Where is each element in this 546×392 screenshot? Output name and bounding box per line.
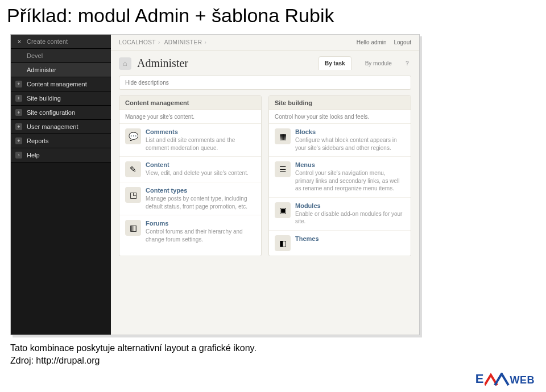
screenshot: × Create content Devel Administer + Cont… (10, 34, 420, 335)
panel-item-themes[interactable]: ◧ Themes (269, 231, 411, 256)
forum-icon: ▥ (125, 220, 141, 236)
sidebar-item-label: Create content (27, 38, 68, 45)
main-area: LOCALHOST› ADMINISTER› Hello admin Logou… (111, 35, 419, 335)
logout-link[interactable]: Logout (394, 39, 411, 45)
sidebar-item-site-building[interactable]: + Site building (11, 91, 111, 106)
panel-item-menus[interactable]: ☰ MenusControl your site's navigation me… (269, 157, 411, 198)
sidebar-item-label: Site configuration (27, 109, 75, 116)
sidebar-item-content-management[interactable]: + Content management (11, 77, 111, 91)
sidebar-item-label: Help (27, 152, 40, 159)
plus-icon: + (15, 95, 22, 102)
block-icon: ▦ (275, 128, 291, 144)
hide-descriptions-toggle[interactable]: Hide descriptions (119, 76, 411, 90)
chevron-right-icon: › (15, 152, 22, 159)
slide-title: Příklad: modul Admin + šablona Rubik (0, 0, 546, 31)
panel-item-forums[interactable]: ▥ ForumsControl forums and their hierarc… (119, 215, 261, 248)
tab-by-module[interactable]: By module (359, 57, 398, 70)
sidebar-item-label: Site building (27, 95, 61, 102)
panel-item-modules[interactable]: ▣ ModulesEnable or disable add-on module… (269, 198, 411, 231)
sidebar: × Create content Devel Administer + Cont… (11, 35, 111, 335)
sidebar-item-label: Devel (27, 52, 43, 59)
plus-icon: + (15, 81, 22, 87)
sidebar-item-administer[interactable]: Administer (11, 63, 111, 77)
panel-item-content[interactable]: ✎ ContentView, edit, and delete your sit… (119, 157, 261, 182)
slide-caption: Tato kombinace poskytuje alternativní la… (10, 342, 257, 366)
panel-subtitle: Manage your site's content. (119, 110, 261, 124)
pencil-icon: ✎ (125, 161, 141, 177)
top-bar: LOCALHOST› ADMINISTER› Hello admin Logou… (111, 35, 419, 51)
panel-item-comments[interactable]: 💬 CommentsList and edit site comments an… (119, 124, 261, 157)
comment-icon: 💬 (125, 128, 141, 144)
panel-title: Content management (119, 96, 261, 110)
close-icon[interactable]: × (15, 38, 23, 45)
plus-icon: + (15, 109, 22, 116)
home-icon[interactable]: ⌂ (119, 57, 131, 70)
sidebar-item-user-management[interactable]: + User management (11, 120, 111, 134)
sidebar-item-label: Content management (27, 81, 87, 87)
panel-item-blocks[interactable]: ▦ BlocksConfigure what block content app… (269, 124, 411, 157)
panel-title: Site building (269, 96, 411, 110)
sidebar-item-label: Administer (27, 66, 56, 73)
plus-icon: + (15, 137, 22, 144)
sidebar-item-create-content[interactable]: × Create content (11, 35, 111, 49)
sidebar-item-site-configuration[interactable]: + Site configuration (11, 106, 111, 120)
sub-tabs: By task By module ? (318, 56, 411, 70)
sidebar-item-help[interactable]: › Help (11, 148, 111, 162)
panel-item-content-types[interactable]: ◳ Content typesManage posts by content t… (119, 182, 261, 215)
panel-subtitle: Control how your site looks and feels. (269, 110, 411, 124)
help-icon[interactable]: ? (406, 60, 409, 66)
greeting: Hello admin (357, 39, 387, 45)
sidebar-item-devel[interactable]: Devel (11, 49, 111, 63)
emaweb-logo: E WEB (475, 372, 535, 386)
module-icon: ▣ (275, 202, 291, 218)
plus-icon: + (15, 123, 22, 130)
sidebar-item-reports[interactable]: + Reports (11, 134, 111, 148)
theme-icon: ◧ (275, 235, 291, 251)
panel-content-management: Content management Manage your site's co… (119, 95, 262, 256)
breadcrumb: LOCALHOST› ADMINISTER› (119, 39, 209, 45)
sidebar-item-label: Reports (27, 137, 49, 144)
page-title: Administer (137, 57, 188, 70)
tab-by-task[interactable]: By task (318, 56, 351, 70)
sidebar-item-label: User management (27, 123, 78, 130)
panel-site-building: Site building Control how your site look… (268, 95, 411, 256)
node-icon: ◳ (125, 187, 141, 203)
menu-icon: ☰ (275, 161, 291, 177)
